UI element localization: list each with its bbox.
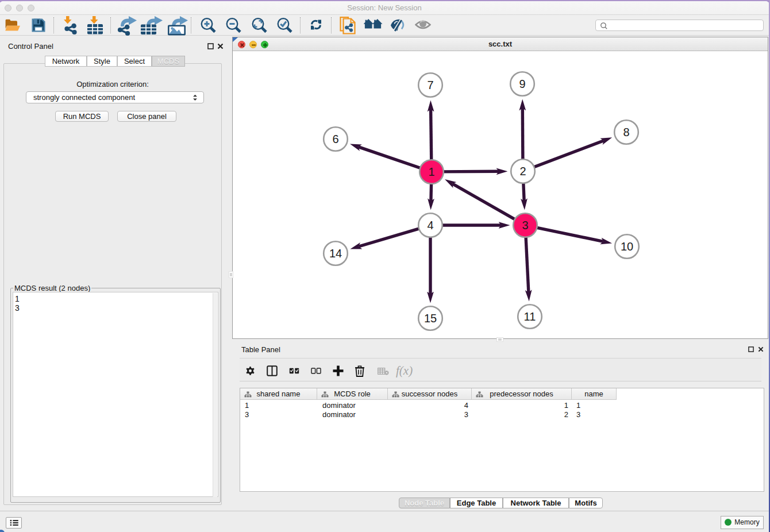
svg-text:10: 10 <box>621 240 633 253</box>
svg-text:15: 15 <box>424 312 437 325</box>
svg-text:1: 1 <box>428 165 434 178</box>
svg-text:8: 8 <box>623 126 629 138</box>
svg-text:3: 3 <box>522 219 528 232</box>
svg-text:4: 4 <box>427 219 433 232</box>
svg-text:14: 14 <box>329 247 342 260</box>
svg-text:7: 7 <box>427 79 433 91</box>
svg-text:9: 9 <box>519 78 525 90</box>
svg-text:11: 11 <box>524 310 536 323</box>
svg-text:2: 2 <box>519 165 526 178</box>
svg-text:6: 6 <box>332 133 338 145</box>
